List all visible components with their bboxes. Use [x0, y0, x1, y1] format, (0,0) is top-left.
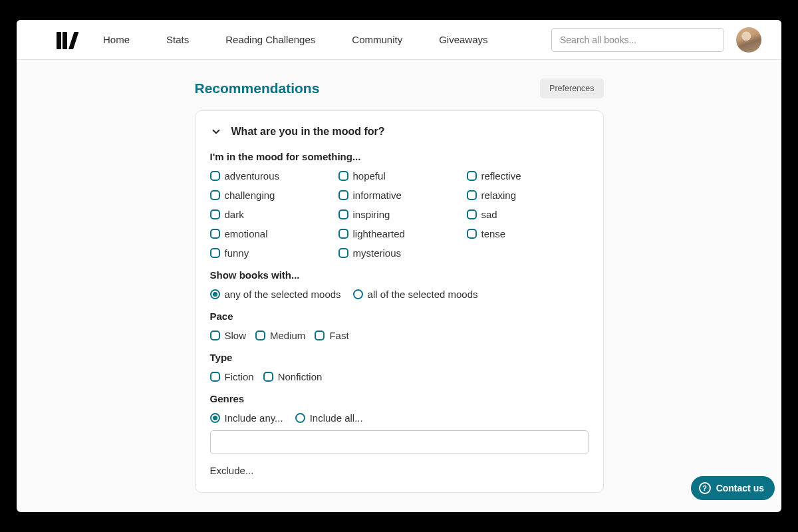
type-label: Type: [210, 352, 589, 363]
showbooks-any[interactable]: any of the selected moods: [210, 289, 341, 300]
genres-label: Genres: [210, 393, 589, 404]
checkbox-icon: [338, 248, 348, 258]
preferences-button[interactable]: Preferences: [540, 78, 603, 98]
checkbox-icon: [210, 331, 220, 340]
pace-label: Pace: [210, 311, 589, 322]
nav-links: Home Stats Reading Challenges Community …: [103, 34, 488, 45]
checkbox-icon: [255, 331, 265, 340]
mood-option-lighthearted[interactable]: lighthearted: [338, 228, 460, 239]
mood-option-tense[interactable]: tense: [467, 228, 589, 239]
option-label: challenging: [225, 190, 275, 201]
type-options: Fiction Nonfiction: [210, 371, 589, 382]
type-fiction[interactable]: Fiction: [210, 371, 254, 382]
mood-option-dark[interactable]: dark: [210, 209, 332, 220]
showbooks-options: any of the selected moods all of the sel…: [210, 289, 589, 300]
pace-fast[interactable]: Fast: [315, 330, 348, 341]
option-label: any of the selected moods: [225, 289, 341, 300]
checkbox-icon: [210, 229, 220, 239]
recommendations-card: What are you in the mood for? I'm in the…: [195, 110, 604, 493]
mood-option-funny[interactable]: funny: [210, 247, 332, 259]
mood-option-emotional[interactable]: emotional: [210, 228, 332, 239]
mood-option-mysterious[interactable]: mysterious: [338, 247, 460, 259]
help-icon: ?: [699, 482, 711, 494]
checkbox-icon: [210, 372, 220, 382]
option-label: tense: [481, 228, 506, 239]
checkbox-icon: [263, 372, 273, 382]
checkbox-icon: [338, 229, 348, 239]
mood-option-inspiring[interactable]: inspiring: [338, 209, 460, 220]
option-label: Medium: [270, 330, 305, 341]
mood-option-hopeful[interactable]: hopeful: [338, 170, 460, 182]
contact-button[interactable]: ? Contact us: [691, 476, 775, 500]
option-label: hopeful: [353, 170, 386, 182]
genres-include-options: Include any... Include all...: [210, 412, 589, 424]
checkbox-icon: [210, 190, 220, 200]
option-label: informative: [353, 190, 402, 201]
radio-icon: [210, 413, 220, 423]
pace-options: Slow Medium Fast: [210, 330, 589, 341]
radio-icon: [295, 413, 305, 423]
checkbox-icon: [338, 171, 348, 181]
checkbox-icon: [467, 229, 477, 239]
nav-community[interactable]: Community: [352, 34, 402, 45]
genres-include-any[interactable]: Include any...: [210, 412, 283, 424]
avatar[interactable]: [736, 27, 761, 53]
logo-icon[interactable]: [57, 31, 76, 49]
option-label: lighthearted: [353, 228, 405, 239]
option-label: relaxing: [481, 190, 517, 201]
checkbox-icon: [210, 248, 220, 258]
checkbox-icon: [315, 331, 325, 340]
type-nonfiction[interactable]: Nonfiction: [263, 371, 323, 382]
chevron-down-icon: [210, 126, 222, 138]
option-label: Fiction: [225, 371, 254, 382]
option-label: mysterious: [353, 247, 402, 259]
radio-icon: [353, 289, 363, 299]
pace-slow[interactable]: Slow: [210, 330, 247, 341]
mood-option-informative[interactable]: informative: [338, 190, 460, 201]
option-label: Include any...: [225, 412, 283, 424]
option-label: all of the selected moods: [368, 289, 478, 300]
option-label: Include all...: [310, 412, 363, 424]
page-header: Recommendations Preferences: [195, 78, 604, 98]
nav-home[interactable]: Home: [103, 34, 130, 45]
option-label: reflective: [481, 170, 521, 182]
checkbox-icon: [467, 209, 477, 219]
nav-giveaways[interactable]: Giveaways: [439, 34, 487, 45]
accordion-header[interactable]: What are you in the mood for?: [210, 126, 589, 138]
checkbox-icon: [210, 209, 220, 219]
page-title: Recommendations: [195, 80, 320, 96]
nav-stats[interactable]: Stats: [166, 34, 189, 45]
checkbox-icon: [338, 209, 348, 219]
mood-options: adventurous hopeful reflective challengi…: [210, 170, 589, 259]
genres-include-input[interactable]: [210, 430, 589, 454]
mood-option-challenging[interactable]: challenging: [210, 190, 332, 201]
nav-reading-challenges[interactable]: Reading Challenges: [225, 34, 315, 45]
mood-label: I'm in the mood for something...: [210, 151, 589, 162]
checkbox-icon: [210, 171, 220, 181]
mood-option-relaxing[interactable]: relaxing: [467, 190, 589, 201]
genres-include-all[interactable]: Include all...: [295, 412, 363, 424]
option-label: funny: [225, 247, 249, 259]
option-label: inspiring: [353, 209, 390, 220]
option-label: Fast: [329, 330, 348, 341]
showbooks-all[interactable]: all of the selected moods: [353, 289, 478, 300]
option-label: emotional: [225, 228, 268, 239]
genres-exclude-label: Exclude...: [210, 465, 589, 476]
contact-label: Contact us: [716, 483, 764, 493]
option-label: dark: [225, 209, 244, 220]
search-input[interactable]: [551, 28, 724, 52]
checkbox-icon: [467, 190, 477, 200]
checkbox-icon: [338, 190, 348, 200]
top-nav: Home Stats Reading Challenges Community …: [17, 20, 781, 60]
pace-medium[interactable]: Medium: [255, 330, 305, 341]
mood-option-reflective[interactable]: reflective: [467, 170, 589, 182]
radio-icon: [210, 289, 220, 299]
option-label: sad: [481, 209, 497, 220]
showbooks-label: Show books with...: [210, 269, 589, 281]
checkbox-icon: [467, 171, 477, 181]
accordion-title: What are you in the mood for?: [231, 126, 385, 138]
mood-option-sad[interactable]: sad: [467, 209, 589, 220]
option-label: Nonfiction: [278, 371, 323, 382]
option-label: adventurous: [225, 170, 280, 182]
mood-option-adventurous[interactable]: adventurous: [210, 170, 332, 182]
